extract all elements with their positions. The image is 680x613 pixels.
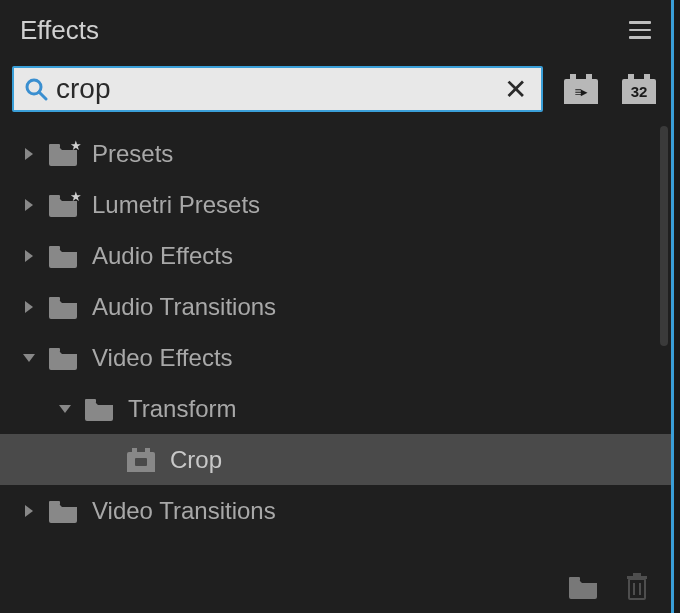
chevron-right-icon[interactable]: [18, 197, 40, 213]
panel-title: Effects: [20, 15, 99, 46]
folder-icon: [46, 346, 80, 370]
svg-rect-10: [629, 579, 645, 599]
svg-rect-6: [49, 348, 60, 352]
chevron-right-icon[interactable]: [18, 299, 40, 315]
effects-toolbar: ✕ ≡▸ 32: [0, 56, 671, 126]
svg-rect-4: [49, 246, 60, 250]
tree-label: Video Effects: [92, 344, 233, 372]
tree-label: Lumetri Presets: [92, 191, 260, 219]
tree-folder-video-transitions[interactable]: Video Transitions: [0, 485, 671, 536]
tree-label: Video Transitions: [92, 497, 276, 525]
svg-rect-7: [85, 399, 96, 403]
scrollbar[interactable]: [660, 126, 668, 346]
svg-rect-9: [569, 577, 580, 581]
chevron-down-icon[interactable]: [18, 352, 40, 364]
panel-footer: [567, 565, 653, 609]
tree-folder-presets[interactable]: ★ Presets: [0, 128, 671, 179]
tree-folder-lumetri-presets[interactable]: ★ Lumetri Presets: [0, 179, 671, 230]
panel-menu-button[interactable]: [629, 21, 651, 39]
svg-rect-12: [633, 573, 641, 576]
scrollbar-thumb[interactable]: [660, 126, 668, 346]
folder-star-icon: ★: [46, 142, 80, 166]
search-icon: [24, 77, 48, 101]
tree-label: Audio Transitions: [92, 293, 276, 321]
new-bin-button[interactable]: [567, 573, 599, 601]
chevron-right-icon[interactable]: [18, 248, 40, 264]
folder-star-icon: ★: [46, 193, 80, 217]
chevron-right-icon[interactable]: [18, 146, 40, 162]
search-input[interactable]: [56, 73, 492, 105]
tree-label: Audio Effects: [92, 242, 233, 270]
tree-label: Transform: [128, 395, 236, 423]
svg-line-1: [39, 92, 46, 99]
svg-rect-11: [627, 576, 647, 579]
tree-effect-crop[interactable]: Crop: [0, 434, 671, 485]
tree-label: Presets: [92, 140, 173, 168]
svg-rect-5: [49, 297, 60, 301]
delete-button[interactable]: [621, 573, 653, 601]
svg-rect-8: [49, 501, 60, 505]
effects-tree: ★ Presets ★ Lumetri Presets Audio Effect…: [0, 126, 671, 544]
tree-folder-transform[interactable]: Transform: [0, 383, 671, 434]
tree-folder-audio-effects[interactable]: Audio Effects: [0, 230, 671, 281]
panel-header: Effects: [0, 0, 671, 56]
folder-icon: [46, 499, 80, 523]
chevron-right-icon[interactable]: [18, 503, 40, 519]
tree-folder-video-effects[interactable]: Video Effects: [0, 332, 671, 383]
effects-panel: Effects ✕ ≡▸ 32: [0, 0, 674, 613]
tree-folder-audio-transitions[interactable]: Audio Transitions: [0, 281, 671, 332]
new-preset-bin-button[interactable]: ≡▸: [561, 69, 601, 109]
search-box[interactable]: ✕: [12, 66, 543, 112]
folder-icon: [46, 244, 80, 268]
folder-icon: [46, 295, 80, 319]
svg-rect-3: [49, 195, 60, 199]
svg-rect-2: [49, 144, 60, 148]
folder-icon: [82, 397, 116, 421]
tree-label: Crop: [170, 446, 222, 474]
effect-icon: [124, 448, 158, 472]
preset-32-button[interactable]: 32: [619, 69, 659, 109]
chevron-down-icon[interactable]: [54, 403, 76, 415]
clear-search-button[interactable]: ✕: [500, 73, 531, 106]
